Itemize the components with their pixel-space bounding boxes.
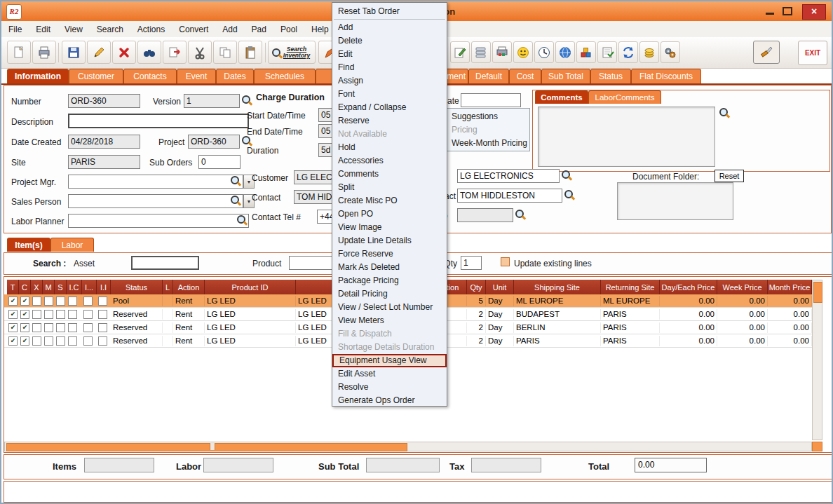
- row-checkbox[interactable]: ✔: [8, 336, 18, 346]
- customer-lookup-field[interactable]: LG ELECTRONICS: [457, 169, 560, 183]
- save-icon[interactable]: [62, 41, 86, 64]
- site-lookup-field[interactable]: [457, 208, 513, 222]
- menu-item-mark-as-deleted[interactable]: Mark As Deleted: [332, 261, 447, 274]
- cut-icon[interactable]: [188, 41, 212, 64]
- row-checkbox[interactable]: [68, 336, 77, 346]
- tab-default[interactable]: Default: [468, 69, 509, 83]
- row-checkbox[interactable]: [98, 310, 107, 319]
- menu-item-force-reserve[interactable]: Force Reserve: [332, 247, 447, 261]
- tab-flat-discounts[interactable]: Flat Discounts: [631, 69, 701, 83]
- row-checkbox[interactable]: [44, 336, 53, 346]
- paintbrush-icon[interactable]: [753, 41, 780, 64]
- search-icon[interactable]: [515, 210, 526, 220]
- delete-icon[interactable]: [112, 41, 136, 64]
- search-icon[interactable]: [242, 95, 252, 106]
- menu-help[interactable]: Help: [304, 25, 336, 34]
- row-checkbox[interactable]: ✔: [20, 323, 29, 332]
- row-checkbox[interactable]: [83, 310, 93, 319]
- vertical-scrollbar[interactable]: [812, 280, 822, 440]
- column-header[interactable]: Unit: [486, 280, 514, 294]
- row-checkbox[interactable]: [32, 297, 41, 306]
- menu-item-find[interactable]: Find: [332, 61, 447, 74]
- tab-labor[interactable]: Labor: [50, 238, 94, 252]
- search-inventory-button[interactable]: Search Inventory: [268, 41, 316, 64]
- tab-schedules[interactable]: Schedules: [254, 69, 316, 83]
- print-icon[interactable]: [32, 41, 56, 64]
- sync-icon[interactable]: [618, 41, 638, 63]
- row-checkbox[interactable]: [56, 323, 65, 332]
- comments-textarea[interactable]: [538, 107, 715, 167]
- row-checkbox[interactable]: [56, 310, 65, 319]
- search-icon[interactable]: [564, 190, 575, 200]
- tab-contacts[interactable]: Contacts: [123, 69, 177, 83]
- tab-event[interactable]: Event: [177, 69, 216, 83]
- row-checkbox[interactable]: [83, 297, 93, 306]
- column-header[interactable]: Shipping Site: [514, 280, 601, 294]
- menu-item-view-meters[interactable]: View Meters: [332, 314, 447, 327]
- column-header[interactable]: Action: [173, 280, 205, 294]
- row-checkbox[interactable]: ✔: [20, 297, 29, 306]
- update-existing-checkbox[interactable]: [501, 257, 510, 266]
- tab-customer[interactable]: Customer: [69, 69, 123, 83]
- search-icon[interactable]: [231, 176, 241, 186]
- menu-item-view-image[interactable]: View Image: [332, 221, 447, 234]
- version-field[interactable]: 1: [184, 94, 240, 108]
- row-checkbox[interactable]: ✔: [8, 297, 18, 306]
- cards-icon[interactable]: [471, 41, 491, 63]
- scrollbar-splitter[interactable]: [210, 443, 215, 450]
- project-mgr-field[interactable]: [68, 175, 243, 189]
- row-checkbox[interactable]: [68, 310, 77, 319]
- column-header[interactable]: M: [43, 280, 55, 294]
- column-header[interactable]: Week Price: [717, 280, 768, 294]
- menu-add[interactable]: Add: [215, 25, 244, 34]
- menu-item-view-select-lot-number[interactable]: View / Select Lot Number: [332, 301, 447, 314]
- menu-item-delete[interactable]: Delete: [332, 34, 447, 48]
- tab-comments[interactable]: Comments: [535, 90, 588, 104]
- gears-icon[interactable]: [661, 41, 680, 63]
- menu-file[interactable]: File: [1, 25, 29, 34]
- search-icon[interactable]: [562, 170, 572, 181]
- column-header[interactable]: Status: [111, 280, 163, 294]
- menu-pool[interactable]: Pool: [273, 25, 304, 34]
- menu-item-resolve[interactable]: Resolve: [332, 381, 447, 394]
- menu-search[interactable]: Search: [90, 25, 130, 34]
- menu-item-update-line-details[interactable]: Update Line Details: [332, 234, 447, 247]
- tab-dates[interactable]: Dates: [216, 69, 254, 83]
- column-header[interactable]: Product ID: [205, 280, 296, 294]
- maximize-icon[interactable]: [783, 7, 792, 15]
- row-checkbox[interactable]: [56, 336, 65, 346]
- print-labels-icon[interactable]: [492, 41, 512, 63]
- tab-labor-comments[interactable]: LaborComments: [588, 90, 661, 104]
- column-header[interactable]: I.C: [67, 280, 82, 294]
- row-checkbox[interactable]: [68, 297, 77, 306]
- menu-item-create-misc-po[interactable]: Create Misc PO: [332, 194, 447, 207]
- tab-items[interactable]: Item(s): [7, 238, 50, 252]
- minimize-icon[interactable]: [766, 13, 774, 15]
- menu-item-edit-asset[interactable]: Edit Asset: [332, 367, 447, 381]
- row-checkbox[interactable]: [32, 323, 41, 332]
- note-edit-icon[interactable]: [450, 41, 470, 63]
- menu-actions[interactable]: Actions: [130, 25, 172, 34]
- due-date-field[interactable]: [461, 93, 521, 107]
- number-field[interactable]: ORD-360: [68, 94, 140, 108]
- column-header[interactable]: L: [163, 280, 173, 294]
- smiley-icon[interactable]: [513, 41, 533, 63]
- menu-item-add[interactable]: Add: [332, 21, 447, 34]
- search-icon[interactable]: [719, 108, 730, 118]
- reset-button[interactable]: Reset: [715, 170, 744, 182]
- menu-item-reserve[interactable]: Reserve: [332, 114, 447, 128]
- menu-item-split[interactable]: Split: [332, 181, 447, 194]
- horizontal-scrollbar-thumb[interactable]: [6, 443, 407, 451]
- exit-button[interactable]: EXIT: [798, 41, 827, 65]
- menu-convert[interactable]: Convert: [172, 25, 215, 34]
- globe-icon[interactable]: [555, 41, 575, 63]
- menu-item-detail-pricing[interactable]: Detail Pricing: [332, 287, 447, 301]
- site-field[interactable]: PARIS: [68, 155, 140, 169]
- row-checkbox[interactable]: ✔: [8, 310, 18, 319]
- vertical-scrollbar-thumb[interactable]: [813, 282, 822, 303]
- labor-planner-field[interactable]: [68, 214, 249, 228]
- row-checkbox[interactable]: [98, 323, 107, 332]
- column-header[interactable]: Returning Site: [601, 280, 660, 294]
- menu-item-equipment-usage-view[interactable]: Equipment Usage View: [332, 354, 447, 367]
- menu-item-edit[interactable]: Edit: [332, 48, 447, 61]
